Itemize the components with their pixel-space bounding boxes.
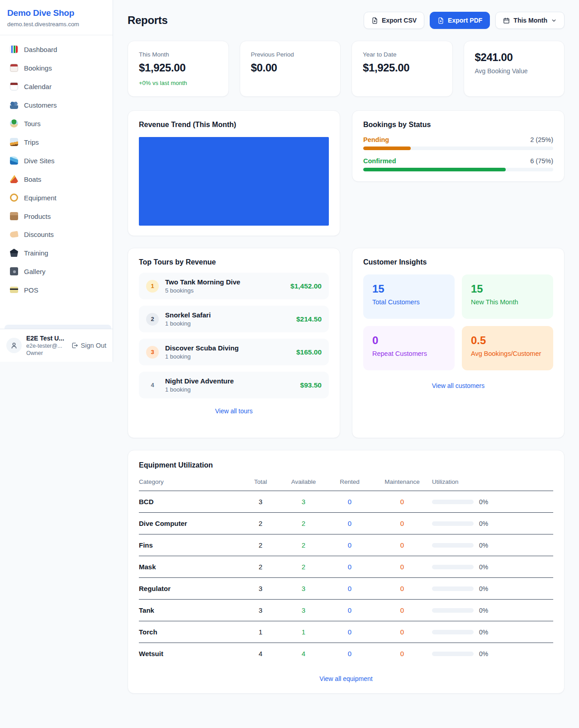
equipment-maintenance: 0 — [372, 606, 432, 614]
equipment-row: Regulator 3 3 0 0 0% — [139, 578, 553, 600]
user-meta: E2E Test U... e2e-tester@... Owner — [26, 335, 66, 356]
sidebar-nav-item[interactable]: POS — [5, 281, 108, 298]
utilization-bar — [432, 521, 474, 526]
rank-badge: 3 — [146, 346, 159, 359]
export-pdf-label: Export PDF — [448, 17, 482, 24]
stats-row: This Month $1,925.00 +0% vs last month P… — [128, 41, 565, 97]
calendar-icon — [10, 82, 18, 90]
boats-icon — [10, 175, 18, 183]
equipment-available: 3 — [280, 585, 327, 592]
col-utilization: Utilization — [432, 478, 553, 485]
tour-revenue: $165.00 — [296, 348, 322, 356]
tour-name: Snorkel Safari — [165, 311, 211, 319]
sidebar-nav-item[interactable]: Trips — [5, 133, 108, 151]
stat-label: This Month — [139, 51, 218, 58]
equipment-row: Wetsuit 4 4 0 0 0% — [139, 643, 553, 664]
status-progress-fill — [363, 147, 411, 150]
tour-row[interactable]: 3 Discover Scuba Diving 1 booking $165.0… — [139, 339, 329, 365]
equipment-rented: 0 — [327, 585, 372, 592]
dashboard-icon — [10, 45, 18, 53]
view-all-equipment-link[interactable]: View all equipment — [139, 675, 553, 682]
rank-badge: 1 — [146, 280, 159, 293]
nav-item-label: Products — [24, 213, 51, 220]
nav-item-label: Dive Sites — [24, 157, 55, 165]
sign-out-label: Sign Out — [81, 342, 106, 349]
active-nav-item-peek[interactable] — [5, 325, 111, 329]
sign-out-button[interactable]: Sign Out — [71, 342, 106, 349]
insight-tile: 15 Total Customers — [363, 274, 455, 319]
status-progress-track — [363, 168, 553, 171]
products-icon — [10, 212, 18, 220]
shop-domain: demo.test.divestreams.com — [7, 21, 105, 28]
tour-row[interactable]: 4 Night Dive Adventure 1 booking $93.50 — [139, 372, 329, 398]
equipment-rented: 0 — [327, 628, 372, 636]
stat-value: $0.00 — [251, 61, 330, 74]
equipment-row: Dive Computer 2 2 0 0 0% — [139, 513, 553, 534]
equipment-total: 4 — [241, 650, 280, 657]
tour-row[interactable]: 2 Snorkel Safari 1 booking $214.50 — [139, 306, 329, 332]
insight-value: 15 — [471, 283, 544, 295]
equipment-rented: 0 — [327, 498, 372, 506]
equipment-category: Mask — [139, 563, 241, 571]
utilization-bar — [432, 565, 474, 569]
equipment-total: 2 — [241, 520, 280, 527]
sidebar-nav-item[interactable]: Customers — [5, 96, 108, 113]
sidebar-nav-item[interactable]: Products — [5, 208, 108, 225]
equipment-rented: 0 — [327, 606, 372, 614]
insight-label: Repeat Customers — [372, 350, 446, 357]
utilization-bar — [432, 608, 474, 613]
status-label: Confirmed — [363, 157, 396, 165]
equipment-table-header: Category Total Available Rented Maintena… — [139, 478, 553, 491]
sidebar-nav-item[interactable]: Dive Sites — [5, 152, 108, 169]
status-row: Pending 2 (25%) — [363, 136, 553, 150]
charts-row: Revenue Trend (This Month) Bookings by S… — [128, 110, 565, 236]
tour-bookings-count: 1 booking — [165, 320, 211, 327]
user-role: Owner — [26, 350, 66, 356]
utilization-bar — [432, 500, 474, 504]
user-name: E2E Test U... — [26, 335, 66, 342]
sign-out-icon — [71, 342, 78, 349]
equipment-rented: 0 — [327, 520, 372, 527]
equipment-available: 2 — [280, 520, 327, 527]
sidebar-nav-item[interactable]: Dashboard — [5, 41, 108, 58]
sidebar-nav-item[interactable]: Discounts — [5, 226, 108, 243]
equipment-available: 3 — [280, 606, 327, 614]
rank-badge: 2 — [146, 313, 159, 326]
stat-change-note: +0% vs last month — [139, 80, 218, 86]
sidebar-nav-item[interactable]: Bookings — [5, 59, 108, 76]
sidebar-nav-item[interactable]: Equipment — [5, 189, 108, 206]
training-icon — [10, 249, 18, 257]
equipment-row: Fins 2 2 0 0 0% — [139, 534, 553, 556]
equipment-total: 1 — [241, 628, 280, 636]
tour-row[interactable]: 1 Two Tank Morning Dive 5 bookings $1,45… — [139, 273, 329, 299]
sidebar-nav: Dashboard Bookings Calendar Customers To… — [0, 35, 113, 329]
stat-value: $1,925.00 — [139, 61, 218, 74]
view-all-tours-link[interactable]: View all tours — [139, 407, 329, 415]
bookings-icon — [10, 64, 18, 72]
period-select-button[interactable]: This Month — [495, 12, 565, 29]
view-all-customers-link[interactable]: View all customers — [363, 382, 553, 389]
status-count: 2 (25%) — [530, 136, 553, 143]
insight-tiles: 15 Total Customers 15 New This Month 0 R… — [363, 274, 553, 370]
tours-icon — [10, 119, 18, 128]
equipment-total: 3 — [241, 498, 280, 506]
sidebar-nav-item[interactable]: Calendar — [5, 78, 108, 95]
sidebar-nav-item[interactable]: Training — [5, 244, 108, 261]
utilization-bar — [432, 652, 474, 656]
export-csv-button[interactable]: Export CSV — [364, 12, 424, 29]
top-tours-card: Top Tours by Revenue 1 Two Tank Morning … — [128, 248, 340, 438]
export-pdf-button[interactable]: Export PDF — [430, 12, 490, 29]
stat-label: Avg Booking Value — [475, 67, 554, 75]
tour-bookings-count: 1 booking — [165, 353, 239, 360]
insight-tile: 0.5 Avg Bookings/Customer — [462, 326, 553, 370]
sidebar-nav-item[interactable]: Gallery — [5, 263, 108, 280]
equipment-maintenance: 0 — [372, 628, 432, 636]
equipment-available: 3 — [280, 498, 327, 506]
sidebar-nav-item[interactable]: Boats — [5, 170, 108, 188]
sidebar-nav-item[interactable]: Tours — [5, 115, 108, 132]
equipment-maintenance: 0 — [372, 650, 432, 657]
utilization-percent: 0% — [479, 585, 488, 592]
equipment-rented: 0 — [327, 541, 372, 549]
user-email: e2e-tester@... — [26, 343, 66, 349]
equipment-category: Tank — [139, 606, 241, 614]
